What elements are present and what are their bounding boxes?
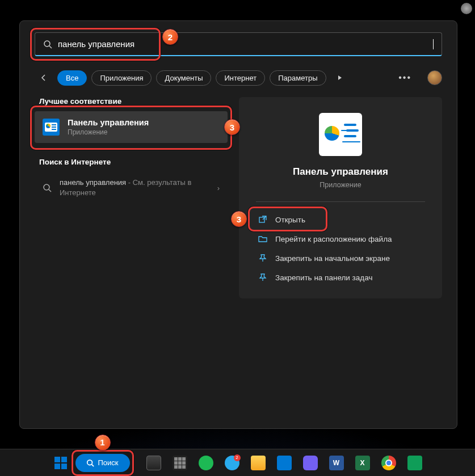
annotation-badge-3b: 3 (231, 211, 247, 227)
result-subtitle: Приложение (68, 128, 149, 136)
back-button[interactable] (35, 69, 53, 87)
annotation-badge-3a: 3 (224, 119, 240, 135)
annotation-badge-1: 1 (95, 435, 111, 450)
taskbar-app-phone[interactable] (273, 452, 296, 474)
search-icon (43, 183, 52, 192)
taskbar-app-explorer[interactable] (247, 452, 270, 474)
taskbar-app-spotify[interactable] (195, 452, 217, 474)
filter-more-arrow[interactable] (331, 69, 349, 87)
filter-row: Все Приложения Документы Интернет Параме… (35, 69, 442, 87)
svg-point-0 (44, 41, 50, 47)
filter-settings[interactable]: Параметры (270, 70, 326, 86)
search-box[interactable]: панель управления (35, 32, 442, 56)
pin-icon (258, 273, 267, 282)
more-button[interactable]: ••• (393, 73, 417, 83)
taskbar-app-excel[interactable]: X (351, 452, 374, 474)
svg-point-2 (44, 184, 49, 190)
windows-logo-icon (54, 457, 67, 469)
action-open[interactable]: Открыть 3 (251, 210, 430, 229)
taskbar-app-sheets[interactable] (403, 452, 426, 474)
folder-icon (258, 234, 267, 243)
svg-point-5 (87, 460, 93, 465)
svg-line-3 (49, 189, 51, 192)
start-button[interactable] (49, 452, 72, 474)
preview-title: Панель управления (245, 166, 436, 178)
search-icon (43, 40, 52, 49)
filter-all[interactable]: Все (57, 70, 87, 86)
divider (256, 201, 425, 202)
taskbar-app-telegram[interactable]: 2 (221, 452, 243, 474)
pin-icon (258, 254, 267, 263)
taskbar-app-viber[interactable] (299, 452, 322, 474)
search-icon (86, 459, 94, 467)
control-panel-icon (43, 119, 60, 136)
search-panel: панель управления 2 Все Приложения Докум… (19, 20, 457, 429)
action-pin-start[interactable]: Закрепить на начальном экране (251, 248, 430, 268)
user-avatar[interactable] (427, 70, 442, 85)
annotation-badge-2: 2 (162, 29, 178, 45)
text-cursor (433, 39, 434, 49)
svg-line-6 (92, 464, 94, 466)
svg-line-1 (49, 46, 52, 48)
preview-app-icon (319, 113, 362, 156)
preview-subtitle: Приложение (245, 181, 436, 189)
filter-web[interactable]: Интернет (216, 70, 265, 86)
action-file-location[interactable]: Перейти к расположению файла (251, 229, 430, 248)
taskbar-app-word[interactable]: W (325, 452, 348, 474)
open-icon (258, 215, 267, 224)
svg-rect-4 (259, 217, 264, 222)
taskbar-app-taskview[interactable] (142, 452, 165, 474)
taskbar-app-chrome[interactable] (377, 452, 400, 474)
taskbar-app-calculator[interactable] (169, 452, 191, 474)
web-search-label: Поиск в Интернете (39, 158, 228, 166)
search-input-text[interactable]: панель управления (58, 39, 433, 49)
best-match-result[interactable]: Панель управления Приложение (35, 111, 228, 143)
preview-pane: Панель управления Приложение Открыть 3 П… (239, 97, 442, 298)
taskbar: Поиск 1 2 W X (0, 449, 475, 476)
best-match-label: Лучшее соответствие (39, 97, 228, 106)
results-column: Лучшее соответствие Панель управления Пр… (35, 97, 228, 298)
taskbar-search-button[interactable]: Поиск (75, 454, 130, 472)
result-title: Панель управления (68, 118, 149, 127)
chevron-right-icon: › (217, 184, 220, 192)
filter-apps[interactable]: Приложения (91, 70, 152, 86)
web-result[interactable]: панель управления - См. результаты в Инт… (35, 172, 228, 204)
action-pin-taskbar[interactable]: Закрепить на панели задач (251, 268, 430, 287)
filter-docs[interactable]: Документы (156, 70, 211, 86)
